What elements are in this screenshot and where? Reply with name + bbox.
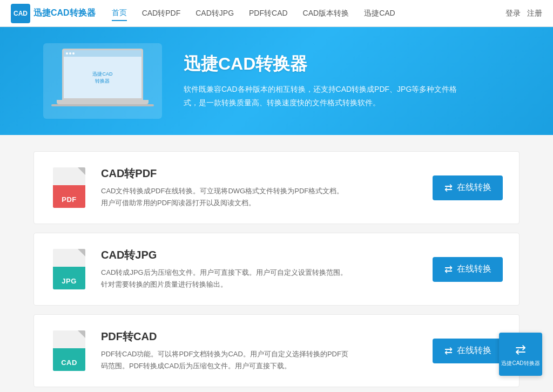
conv-info-cad-pdf: CAD转PDF CAD文件转换成PDF在线转换。可立现将DWG格式文件转换为PD… <box>101 166 420 209</box>
nav-login[interactable]: 登录 <box>505 9 521 18</box>
nav-logo-icon: CAD <box>11 4 30 23</box>
hero-image: 迅捷CAD转换器 <box>43 43 162 119</box>
float-cad-icon: ⇄ <box>515 342 526 357</box>
pdf-badge: PDF <box>62 195 77 204</box>
nav-register[interactable]: 注册 <box>527 9 542 18</box>
nav-link-xunjie-cad[interactable]: 迅捷CAD <box>364 6 395 21</box>
nav-link-cad-jpg[interactable]: CAD转JPG <box>195 6 234 21</box>
nav-logo-text: 迅捷CAD转换器 <box>33 8 96 19</box>
conv-title-pdf-cad: PDF转CAD <box>101 329 420 344</box>
main-content: PDF CAD转PDF CAD文件转换成PDF在线转换。可立现将DWG格式文件转… <box>33 151 520 392</box>
conv-icon-pdf: PDF <box>50 165 88 211</box>
hero-desc: 软件既兼容CAD各种版本的相互转换，还支持CAD转换成PDF、JPG等多种文件格… <box>184 83 464 110</box>
cad-from-pdf-badge: CAD <box>61 359 77 367</box>
nav-auth: 登录 注册 <box>505 9 542 18</box>
conv-card-pdf-cad: CAD PDF转CAD PDF转CAD功能。可以将PDF文档转换为CAD。用户可… <box>33 314 520 387</box>
float-cad-label: 迅捷CAD转换器 <box>501 360 539 367</box>
nav-link-cad-pdf[interactable]: CAD转PDF <box>142 6 181 21</box>
jpg-badge: JPG <box>62 277 77 285</box>
conv-title-cad-jpg: CAD转JPG <box>101 248 420 262</box>
navbar: CAD 迅捷CAD转换器 首页 CAD转PDF CAD转JPG PDF转CAD … <box>0 0 553 27</box>
conv-info-pdf-cad: PDF转CAD PDF转CAD功能。可以将PDF文档转换为CAD。用户可自定义选… <box>101 329 420 372</box>
cad-from-pdf-file-body: CAD <box>53 330 85 371</box>
jpg-file-body: JPG <box>53 249 85 289</box>
convert-icon-cad-jpg: ⇄ <box>444 263 453 275</box>
convert-icon-pdf-cad: ⇄ <box>444 345 453 357</box>
nav-link-home[interactable]: 首页 <box>112 6 127 21</box>
hero-title: 迅捷CAD转换器 <box>184 52 464 76</box>
nav-links: 首页 CAD转PDF CAD转JPG PDF转CAD CAD版本转换 迅捷CAD <box>112 6 505 21</box>
convert-icon-cad-pdf: ⇄ <box>444 182 453 194</box>
conv-btn-label-cad-pdf: 在线转换 <box>457 182 491 193</box>
conv-btn-cad-pdf[interactable]: ⇄ 在线转换 <box>433 175 503 200</box>
pdf-file-body: PDF <box>53 167 85 208</box>
conv-card-cad-jpg: JPG CAD转JPG CAD转成JPG后为压缩包文件。用户可直接下载。用户可自… <box>33 233 520 306</box>
conv-btn-label-cad-jpg: 在线转换 <box>457 263 491 275</box>
conv-icon-cad-from-pdf: CAD <box>50 328 88 374</box>
conv-info-cad-jpg: CAD转JPG CAD转成JPG后为压缩包文件。用户可直接下载。用户可自定义设置… <box>101 248 420 290</box>
nav-logo[interactable]: CAD 迅捷CAD转换器 <box>11 4 96 23</box>
hero-banner: 迅捷CAD转换器 迅捷CAD转换器 软件既兼容CAD各种版本的相互转换，还支持C… <box>0 27 553 135</box>
conv-icon-jpg: JPG <box>50 246 88 292</box>
conv-desc-pdf-cad: PDF转CAD功能。可以将PDF文档转换为CAD。用户可自定义选择转换的PDF页… <box>101 348 349 372</box>
conv-btn-label-pdf-cad: 在线转换 <box>457 345 491 356</box>
conv-btn-cad-jpg[interactable]: ⇄ 在线转换 <box>433 257 503 282</box>
float-cad-button[interactable]: ⇄ 迅捷CAD转换器 <box>499 333 542 376</box>
conv-desc-cad-pdf: CAD文件转换成PDF在线转换。可立现将DWG格式文件转换为PDF格式文档。用户… <box>101 185 349 209</box>
conv-btn-pdf-cad[interactable]: ⇄ 在线转换 <box>433 339 503 363</box>
conv-desc-cad-jpg: CAD转成JPG后为压缩包文件。用户可直接下载。用户可自定义设置转换范围。针对需… <box>101 267 349 290</box>
nav-link-pdf-cad[interactable]: PDF转CAD <box>249 6 288 21</box>
conv-card-cad-pdf: PDF CAD转PDF CAD文件转换成PDF在线转换。可立现将DWG格式文件转… <box>33 151 520 224</box>
hero-text: 迅捷CAD转换器 软件既兼容CAD各种版本的相互转换，还支持CAD转换成PDF、… <box>184 52 464 110</box>
conv-title-cad-pdf: CAD转PDF <box>101 166 420 181</box>
laptop-mockup: 迅捷CAD转换器 <box>51 49 154 113</box>
nav-link-cad-version[interactable]: CAD版本转换 <box>303 6 349 21</box>
